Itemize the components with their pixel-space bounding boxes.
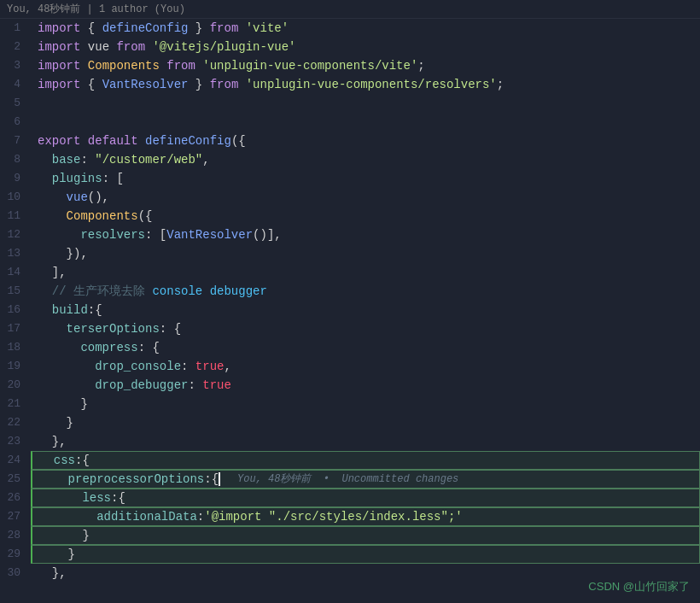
token: 'unplugin-vue-components/resolvers' xyxy=(246,75,497,94)
token: base xyxy=(38,150,80,169)
token: : xyxy=(197,507,204,526)
token: 'vite' xyxy=(246,19,289,38)
line-number: 24 xyxy=(7,451,20,470)
code-content[interactable]: import { defineConfig } from 'vite'impor… xyxy=(31,19,700,603)
token: { xyxy=(80,75,102,94)
line-number: 7 xyxy=(7,132,20,150)
token: less xyxy=(39,489,111,507)
code-line: less:{ xyxy=(31,489,700,507)
code-line: build:{ xyxy=(31,301,700,319)
token: : xyxy=(188,376,202,395)
token: terserOptions xyxy=(38,319,160,338)
watermark: CSDN @山竹回家了 xyxy=(588,579,690,594)
token: } xyxy=(188,75,209,94)
token: ({ xyxy=(138,207,153,225)
code-line: compress: { xyxy=(31,338,700,357)
line-number: 20 xyxy=(7,376,20,395)
line-number: 27 xyxy=(7,507,20,526)
line-number: 11 xyxy=(7,207,20,225)
token: Components xyxy=(80,56,166,75)
token: VantResolver xyxy=(166,225,253,244)
line-number: 14 xyxy=(7,263,20,282)
line-number: 5 xyxy=(7,94,20,113)
line-number: 1 xyxy=(7,19,20,38)
token: from xyxy=(116,38,145,56)
token: ; xyxy=(417,56,424,75)
token: { xyxy=(80,19,102,38)
token xyxy=(238,75,245,94)
token: resolvers xyxy=(38,225,145,244)
token: "/customer/web" xyxy=(95,150,202,169)
token: }, xyxy=(38,564,67,583)
token xyxy=(38,282,52,301)
line-number: 4 xyxy=(7,75,20,94)
code-line: import { defineConfig } from 'vite' xyxy=(31,19,700,38)
token: : [ xyxy=(145,225,166,244)
token: :{ xyxy=(204,470,219,489)
line-numbers: 1234567891011121314151617181920212223242… xyxy=(0,19,31,603)
code-line: } xyxy=(31,395,700,413)
code-line: ], xyxy=(31,263,700,282)
token xyxy=(145,38,152,56)
line-number: 2 xyxy=(7,38,20,56)
token: }, xyxy=(38,432,67,451)
token: '@import "./src/styles/index.less";' xyxy=(204,507,462,526)
token: , xyxy=(202,150,209,169)
code-line: import Components from 'unplugin-vue-com… xyxy=(31,56,700,75)
line-number: 26 xyxy=(7,489,20,507)
token: build xyxy=(38,301,88,319)
token xyxy=(238,19,245,38)
token: additionalData xyxy=(39,507,197,526)
code-line: // 生产环境去除 console debugger xyxy=(31,282,700,301)
token: :{ xyxy=(75,451,90,470)
inline-blame: You, 48秒钟前 • Uncommitted changes xyxy=(237,470,458,489)
token: plugins xyxy=(38,169,102,188)
token xyxy=(195,56,202,75)
token: 'unplugin-vue-components/vite' xyxy=(202,56,417,75)
token: : { xyxy=(138,338,160,357)
line-number: 15 xyxy=(7,282,20,301)
token: true xyxy=(202,376,231,395)
token xyxy=(80,132,87,150)
code-line: }), xyxy=(31,244,700,263)
token: defineConfig xyxy=(145,132,231,150)
editor-container: You, 48秒钟前 | 1 author (You) 123456789101… xyxy=(0,0,700,603)
token: Components xyxy=(38,207,138,225)
token: css xyxy=(39,451,75,470)
line-number: 6 xyxy=(7,113,20,132)
code-line: Components({ xyxy=(31,207,700,225)
code-line: preprocessorOptions:{You, 48秒钟前 • Uncomm… xyxy=(31,470,700,489)
token: , xyxy=(224,357,230,376)
token: ()], xyxy=(253,225,282,244)
code-line: vue(), xyxy=(31,188,700,207)
token: :{ xyxy=(88,301,102,319)
line-number: 16 xyxy=(7,301,20,319)
token: from xyxy=(210,19,239,38)
line-number: 10 xyxy=(7,188,20,207)
code-line: additionalData:'@import "./src/styles/in… xyxy=(31,507,700,526)
token: (), xyxy=(88,188,109,207)
token: drop_debugger xyxy=(38,376,188,395)
token: default xyxy=(88,132,138,150)
token: export xyxy=(38,132,80,150)
token: drop_console xyxy=(38,357,181,376)
token: } xyxy=(38,413,73,432)
code-line: } xyxy=(31,545,700,564)
text-cursor xyxy=(219,472,220,486)
line-number: 3 xyxy=(7,56,20,75)
token: '@vitejs/plugin-vue' xyxy=(152,38,295,56)
token: : { xyxy=(160,319,181,338)
token: vue xyxy=(38,188,88,207)
token: import xyxy=(38,38,80,56)
line-number: 28 xyxy=(7,526,20,545)
line-number: 23 xyxy=(7,432,20,451)
code-line: drop_console: true, xyxy=(31,357,700,376)
token: console debugger xyxy=(152,282,266,301)
code-line: terserOptions: { xyxy=(31,319,700,338)
git-blame-bar: You, 48秒钟前 | 1 author (You) xyxy=(0,0,700,19)
line-number: 30 xyxy=(7,564,20,583)
token: compress xyxy=(38,338,138,357)
code-line: css:{ xyxy=(31,451,700,470)
token: } xyxy=(38,395,88,413)
token: true xyxy=(195,357,225,376)
